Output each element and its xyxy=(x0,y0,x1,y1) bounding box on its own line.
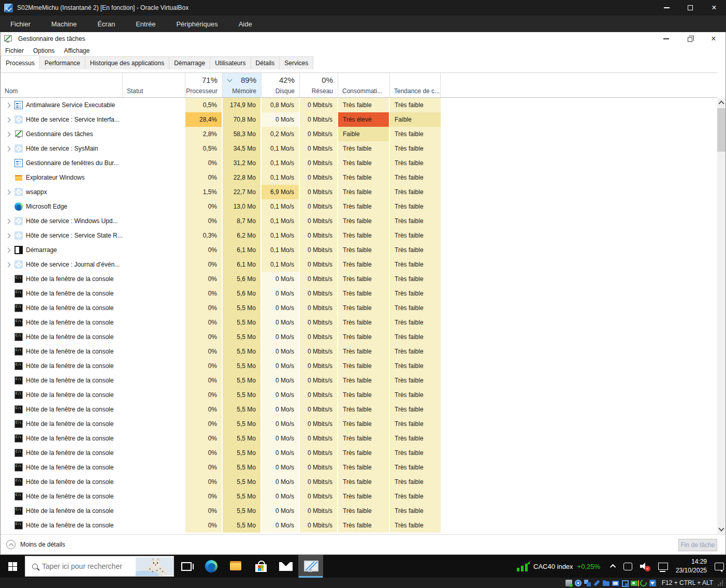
expand-chevron-icon[interactable] xyxy=(6,233,11,238)
taskmgr-restore-button[interactable] xyxy=(678,32,702,46)
table-row[interactable]: Hôte de la fenêtre de la console 0% 5,5 … xyxy=(1,504,717,518)
recording-icon[interactable] xyxy=(631,581,637,586)
table-row[interactable]: Microsoft Edge 0% 13,0 Mo 0,1 Mo/s 0 Mbi… xyxy=(1,199,717,214)
expand-chevron-icon[interactable] xyxy=(6,189,11,195)
expand-chevron-icon[interactable] xyxy=(6,218,11,224)
table-row[interactable]: Hôte de la fenêtre de la console 0% 5,5 … xyxy=(1,417,717,431)
scrollbar-thumb[interactable] xyxy=(717,108,725,152)
vbox-menu-machine[interactable]: Machine xyxy=(41,16,87,32)
expand-chevron-icon[interactable] xyxy=(6,102,11,108)
display-icon[interactable] xyxy=(612,581,619,586)
task-manager-taskbar-button[interactable] xyxy=(298,555,323,578)
network-icon[interactable] xyxy=(584,580,591,586)
column-header-tendance[interactable]: Tendance de c... xyxy=(390,73,441,97)
column-header-nom[interactable]: Nom xyxy=(1,73,123,97)
expand-chevron-icon[interactable] xyxy=(6,247,11,253)
shared-folders-icon[interactable] xyxy=(603,580,609,586)
tab-services[interactable]: Services xyxy=(279,56,313,69)
less-details-toggle[interactable]: Moins de détails xyxy=(20,541,65,548)
network-icon[interactable] xyxy=(658,563,668,570)
window-icon[interactable] xyxy=(621,580,628,586)
tab-performance[interactable]: Performance xyxy=(39,56,85,69)
column-header-memoire[interactable]: 89% Mémoire xyxy=(223,73,262,97)
column-header-statut[interactable]: Statut xyxy=(123,73,185,97)
table-row[interactable]: Hôte de la fenêtre de la console 0% 5,5 … xyxy=(1,446,717,460)
vbox-menu-fichier[interactable]: Fichier xyxy=(0,16,41,32)
vbox-menu-ecran[interactable]: Écran xyxy=(87,16,125,32)
tablet-icon[interactable] xyxy=(623,563,632,570)
table-row[interactable]: Hôte de service : Service Interfa... 28,… xyxy=(1,112,717,127)
table-row[interactable]: Hôte de la fenêtre de la console 0% 5,5 … xyxy=(1,518,717,533)
table-row[interactable]: Hôte de la fenêtre de la console 0% 5,5 … xyxy=(1,431,717,446)
notifications-icon[interactable] xyxy=(715,563,724,570)
collapse-details-icon[interactable] xyxy=(6,540,16,549)
table-row[interactable]: Antimalware Service Executable 0,5% 174,… xyxy=(1,98,717,112)
volume-muted-icon[interactable]: × xyxy=(640,562,650,570)
tab-utilisateurs[interactable]: Utilisateurs xyxy=(210,56,251,69)
taskmgr-menu-affichage[interactable]: Affichage xyxy=(59,47,94,54)
table-row[interactable]: Hôte de la fenêtre de la console 0% 5,5 … xyxy=(1,301,717,315)
end-task-button[interactable]: Fin de tâche xyxy=(678,539,717,551)
taskmgr-menu-fichier[interactable]: Fichier xyxy=(1,47,28,54)
table-row[interactable]: Hôte de la fenêtre de la console 0% 5,5 … xyxy=(1,402,717,417)
tab-processus[interactable]: Processus xyxy=(1,55,40,69)
task-view-button[interactable] xyxy=(174,555,199,578)
table-row[interactable]: Gestionnaire des tâches 2,8% 58,3 Mo 0,2… xyxy=(1,127,717,141)
taskmgr-minimize-button[interactable] xyxy=(654,32,678,46)
table-row[interactable]: Hôte de la fenêtre de la console 0% 5,5 … xyxy=(1,388,717,402)
vbox-menu-peripheriques[interactable]: Périphériques xyxy=(166,16,228,32)
expand-chevron-icon[interactable] xyxy=(6,262,11,267)
vbox-menu-aide[interactable]: Aide xyxy=(228,16,263,32)
start-button[interactable] xyxy=(0,555,25,578)
tab-details[interactable]: Détails xyxy=(251,56,280,69)
column-header-consommation[interactable]: Consommati... xyxy=(338,73,390,97)
optical-drive-icon[interactable] xyxy=(575,580,582,586)
table-row[interactable]: Démarrage 0% 6,1 Mo 0,1 Mo/s 0 Mbits/s T… xyxy=(1,243,717,257)
table-row[interactable]: Hôte de la fenêtre de la console 0% 5,6 … xyxy=(1,272,717,286)
table-row[interactable]: Hôte de la fenêtre de la console 0% 5,6 … xyxy=(1,286,717,301)
table-row[interactable]: Hôte de la fenêtre de la console 0% 5,5 … xyxy=(1,359,717,373)
column-header-reseau[interactable]: 0% Réseau xyxy=(300,73,338,97)
mail-button[interactable] xyxy=(273,555,298,578)
keyboard-icon[interactable] xyxy=(649,580,656,586)
expand-chevron-icon[interactable] xyxy=(6,146,11,151)
search-highlight-leopard-image[interactable] xyxy=(136,556,173,576)
tab-demarrage[interactable]: Démarrage xyxy=(169,56,210,69)
audio-icon[interactable] xyxy=(638,578,648,587)
column-header-processeur[interactable]: 71% Processeur xyxy=(185,73,223,97)
column-header-disque[interactable]: 42% Disque xyxy=(262,73,300,97)
stock-ticker[interactable]: CAC40 index +0,25% xyxy=(517,555,600,578)
table-row[interactable]: Hôte de service : SysMain 0,5% 34,5 Mo 0… xyxy=(1,141,717,156)
vbox-minimize-button[interactable] xyxy=(655,0,678,16)
table-row[interactable]: Hôte de la fenêtre de la console 0% 5,5 … xyxy=(1,475,717,489)
vbox-menu-entree[interactable]: Entrée xyxy=(125,16,166,32)
hidden-icons-chevron-icon[interactable] xyxy=(610,564,616,570)
hard-disk-icon[interactable] xyxy=(565,580,572,586)
tab-historique[interactable]: Historique des applications xyxy=(85,56,169,69)
taskbar-search[interactable] xyxy=(25,556,174,577)
taskmgr-menu-options[interactable]: Options xyxy=(28,47,59,54)
table-row[interactable]: wsappx 1,5% 22,7 Mo 6,9 Mo/s 0 Mbits/s T… xyxy=(1,185,717,199)
table-row[interactable]: Hôte de la fenêtre de la console 0% 5,5 … xyxy=(1,315,717,330)
scroll-down-icon[interactable] xyxy=(718,525,724,531)
vbox-close-button[interactable]: × xyxy=(702,0,726,16)
table-row[interactable]: Hôte de la fenêtre de la console 0% 5,5 … xyxy=(1,344,717,359)
vertical-scrollbar[interactable] xyxy=(717,98,725,534)
table-row[interactable]: Gestionnaire de fenêtres du Bur... 0% 31… xyxy=(1,156,717,170)
edge-taskbar-button[interactable] xyxy=(199,555,224,578)
table-row[interactable]: Hôte de la fenêtre de la console 0% 5,5 … xyxy=(1,460,717,475)
search-input[interactable] xyxy=(38,562,136,570)
resize-grip[interactable] xyxy=(718,580,723,585)
table-row[interactable]: Hôte de la fenêtre de la console 0% 5,5 … xyxy=(1,373,717,388)
expand-chevron-icon[interactable] xyxy=(6,131,11,137)
table-row[interactable]: Hôte de la fenêtre de la console 0% 5,5 … xyxy=(1,489,717,504)
table-row[interactable]: Hôte de service : Journal d'évén... 0% 6… xyxy=(1,257,717,272)
vbox-maximize-button[interactable] xyxy=(678,0,702,16)
file-explorer-button[interactable] xyxy=(224,555,249,578)
table-row[interactable]: Explorateur Windows 0% 22,8 Mo 0,1 Mo/s … xyxy=(1,170,717,185)
taskbar-clock[interactable]: 14:29 23/10/2025 xyxy=(676,557,707,575)
expand-chevron-icon[interactable] xyxy=(6,117,11,122)
scroll-up-icon[interactable] xyxy=(718,100,724,106)
store-button[interactable] xyxy=(249,555,273,578)
table-row[interactable]: Hôte de service : Windows Upd... 0% 8,7 … xyxy=(1,214,717,228)
